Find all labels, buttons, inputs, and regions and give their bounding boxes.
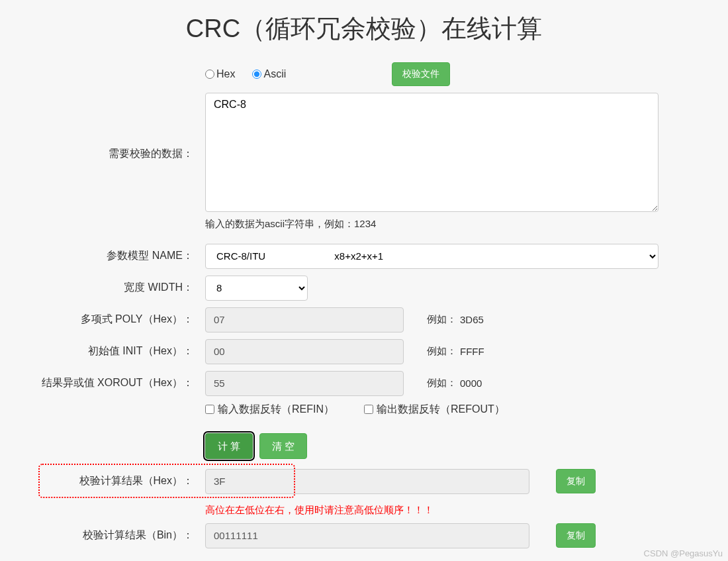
copy-bin-button[interactable]: 复制 bbox=[556, 523, 596, 548]
xorout-example-label: 例如： bbox=[427, 377, 457, 389]
page-title: CRC（循环冗余校验）在线计算 bbox=[20, 0, 708, 62]
radio-hex-label[interactable]: Hex bbox=[205, 68, 235, 80]
clear-button[interactable]: 清 空 bbox=[259, 433, 307, 459]
result-bin-label: 校验计算结果（Bin）： bbox=[20, 529, 205, 542]
data-hint: 输入的数据为ascii字符串，例如：1234 bbox=[205, 218, 376, 230]
poly-example: 3D65 bbox=[460, 314, 484, 325]
xorout-label: 结果异或值 XOROUT（Hex）： bbox=[20, 376, 205, 390]
init-input[interactable] bbox=[205, 339, 404, 364]
copy-hex-button[interactable]: 复制 bbox=[556, 469, 596, 494]
name-select[interactable]: CRC-8/ITU x8+x2+x+1 bbox=[205, 244, 659, 269]
result-hex-input[interactable] bbox=[205, 469, 529, 494]
refin-label[interactable]: 输入数据反转（REFIN） bbox=[205, 403, 334, 417]
width-label: 宽度 WIDTH： bbox=[20, 281, 205, 295]
verify-file-button[interactable]: 校验文件 bbox=[392, 62, 450, 86]
refout-label[interactable]: 输出数据反转（REFOUT） bbox=[364, 403, 505, 417]
result-hex-warning: 高位在左低位在右，使用时请注意高低位顺序！！！ bbox=[205, 504, 433, 517]
width-select[interactable]: 8 bbox=[205, 276, 308, 301]
poly-example-label: 例如： bbox=[427, 313, 457, 326]
calculate-button[interactable]: 计 算 bbox=[205, 433, 253, 459]
init-example-label: 例如： bbox=[427, 345, 457, 358]
refin-checkbox[interactable] bbox=[205, 405, 214, 414]
radio-hex[interactable] bbox=[205, 70, 214, 79]
name-label: 参数模型 NAME： bbox=[20, 249, 205, 263]
refout-checkbox[interactable] bbox=[364, 405, 373, 414]
encoding-radio-group: Hex Ascii bbox=[205, 68, 299, 80]
init-example: FFFF bbox=[460, 346, 484, 357]
watermark: CSDN @PegasusYu bbox=[644, 548, 723, 558]
init-label: 初始值 INIT（Hex）： bbox=[20, 344, 205, 358]
poly-input[interactable] bbox=[205, 307, 404, 332]
data-label: 需要校验的数据： bbox=[20, 93, 205, 161]
radio-ascii[interactable] bbox=[252, 70, 261, 79]
xorout-example: 0000 bbox=[460, 378, 482, 389]
xorout-input[interactable] bbox=[205, 371, 404, 396]
result-bin-input[interactable] bbox=[205, 523, 529, 548]
data-input[interactable] bbox=[205, 93, 659, 212]
result-hex-label: 校验计算结果（Hex）： bbox=[20, 474, 205, 488]
poly-label: 多项式 POLY（Hex）： bbox=[20, 313, 205, 327]
radio-ascii-label[interactable]: Ascii bbox=[252, 68, 286, 80]
